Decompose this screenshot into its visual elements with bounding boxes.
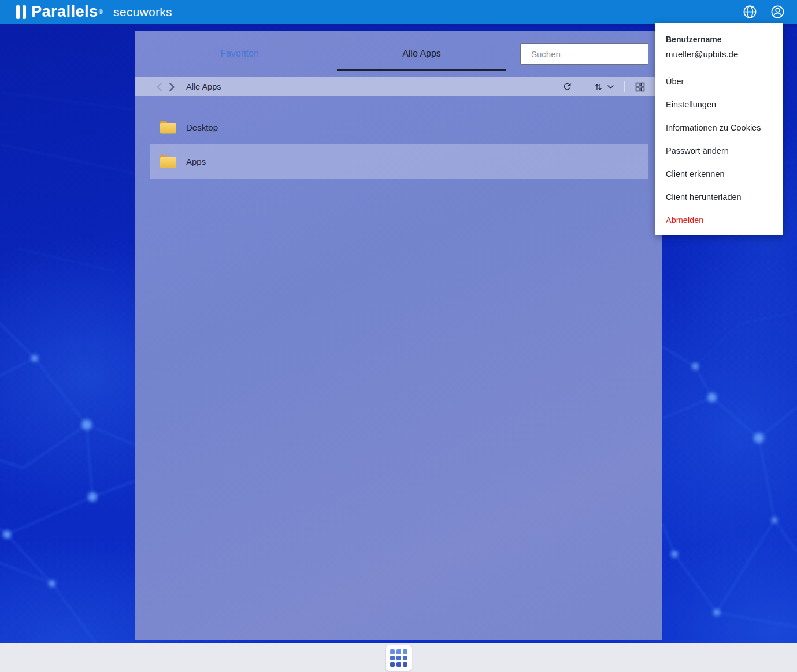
user-account-button[interactable] — [769, 4, 785, 20]
menu-item-client-erkennen[interactable]: Client erkennen — [666, 162, 775, 185]
search-input[interactable] — [531, 49, 646, 59]
folder-label: Apps — [186, 157, 206, 166]
folder-label: Desktop — [186, 122, 218, 132]
user-email: mueller@upbits.de — [666, 49, 775, 59]
chevron-down-icon — [607, 85, 614, 89]
search-box — [520, 43, 648, 65]
menu-item-abmelden[interactable]: Abmelden — [666, 209, 775, 232]
user-dropdown-menu: Benutzername mueller@upbits.de Über Eins… — [655, 23, 783, 235]
chevron-left-icon — [156, 82, 162, 92]
globe-icon — [742, 4, 758, 20]
username-label: Benutzername — [666, 35, 775, 44]
tabs-bar: Favoriten Alle Apps — [135, 31, 662, 77]
apps-panel: Favoriten Alle Apps Alle Apps — [135, 31, 662, 640]
menu-item-cookies[interactable]: Informationen zu Cookies — [666, 116, 775, 139]
back-button[interactable] — [153, 80, 165, 93]
parallels-logo-bars-icon — [16, 5, 26, 19]
language-globe-button[interactable] — [742, 4, 758, 20]
refresh-button[interactable] — [560, 80, 574, 94]
app-launcher-button[interactable] — [386, 645, 412, 671]
user-menu-list: Über Einstellungen Informationen zu Cook… — [666, 70, 775, 232]
bottom-dock — [0, 643, 797, 672]
user-icon — [770, 4, 785, 20]
menu-item-ueber[interactable]: Über — [666, 70, 775, 93]
breadcrumb: Alle Apps — [186, 82, 221, 91]
parallels-logo: Parallels ® secuworks — [0, 3, 172, 21]
folder-icon — [160, 154, 177, 169]
refresh-icon — [562, 82, 572, 92]
brand-name: Parallels — [31, 3, 98, 21]
view-mode-button[interactable] — [633, 80, 647, 94]
tab-alle-apps[interactable]: Alle Apps — [337, 38, 506, 71]
menu-item-passwort-aendern[interactable]: Passwort ändern — [666, 139, 775, 162]
registered-mark: ® — [99, 9, 103, 15]
sort-button[interactable] — [591, 80, 616, 94]
navigation-toolbar: Alle Apps — [135, 77, 662, 96]
sort-arrows-icon — [594, 82, 603, 92]
chevron-right-icon — [169, 82, 175, 92]
folder-row-apps[interactable]: Apps — [150, 144, 648, 179]
app-folder-list: Desktop Apps — [135, 110, 662, 179]
menu-item-einstellungen[interactable]: Einstellungen — [666, 93, 775, 116]
menu-item-client-herunterladen[interactable]: Client herunterladen — [666, 185, 775, 209]
tab-favoriten[interactable]: Favoriten — [155, 38, 324, 71]
forward-button[interactable] — [165, 80, 178, 93]
product-name: secuworks — [113, 5, 172, 19]
toolbar-divider — [624, 81, 625, 92]
grid-view-icon — [635, 82, 645, 92]
header-actions — [742, 4, 797, 20]
folder-icon — [160, 120, 177, 135]
toolbar-divider — [583, 81, 583, 92]
folder-row-desktop[interactable]: Desktop — [150, 110, 648, 144]
app-grid-icon — [390, 649, 407, 667]
